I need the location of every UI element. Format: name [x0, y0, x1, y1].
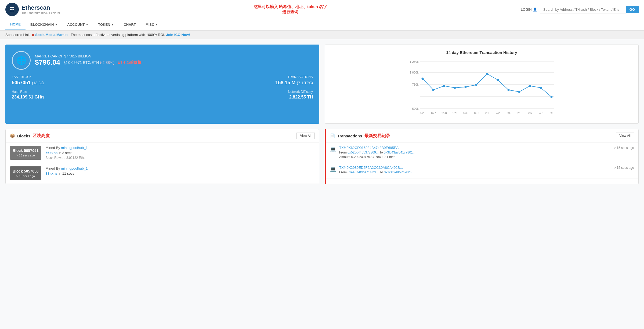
- blocks-panel-header: 📦 Blocks 区块高度 View All: [6, 129, 319, 142]
- block-txns: 88 txns in 11 secs: [46, 171, 315, 176]
- person-icon: 👤: [533, 8, 537, 12]
- logo-text: Etherscan The Ethereum Block Explorer: [21, 4, 60, 14]
- login-button[interactable]: LOGIN 👤: [521, 8, 537, 12]
- nav-blockchain[interactable]: BLOCKCHAIN ▼: [26, 19, 62, 30]
- stats-card: 🌐 MARKET CAP OF $77.615 BILLION $796.04 …: [5, 45, 319, 124]
- svg-point-14: [475, 84, 477, 86]
- eth-annotation: ETH 当前价格: [118, 60, 141, 65]
- nav-chart[interactable]: CHART: [119, 19, 141, 30]
- tx-hash-link[interactable]: TX# 0X2989ED2F2A2CC30A8CA492B...: [339, 166, 403, 170]
- block-number: Block 5057051: [13, 148, 39, 153]
- hash-rate-label: Hash Rate: [12, 90, 160, 94]
- block-badge: Block 5057051 > 15 secs ago: [10, 146, 41, 160]
- svg-point-19: [529, 85, 531, 87]
- stats-price-area: MARKET CAP OF $77.615 BILLION $796.04 @ …: [35, 54, 313, 67]
- txns-time: in 3 secs: [59, 151, 72, 155]
- tx-time: > 15 secs ago: [614, 166, 634, 170]
- miner-link[interactable]: miningpoolhub_1: [61, 166, 88, 170]
- tx-from-link[interactable]: 0xea674fdde714fd9...: [348, 170, 379, 174]
- tx-to-link[interactable]: 0x1cef248f9b540d3...: [384, 170, 415, 174]
- last-block-sub: (13.8s): [32, 81, 44, 85]
- tx-hash-link[interactable]: TX# 0X62CD016084B4748B9E695EA...: [339, 146, 401, 150]
- nav-token[interactable]: TOKEN ▼: [93, 19, 119, 30]
- tx-from-to: From 0x52bc44d5378309... To 0x3fc43a7041…: [339, 151, 634, 154]
- transactions-stat: TRANSACTIONS 158.15 M (7.1 TPS): [165, 75, 313, 86]
- svg-text:2/6: 2/6: [528, 112, 532, 115]
- svg-point-16: [497, 79, 499, 81]
- main-content: 🌐 MARKET CAP OF $77.615 BILLION $796.04 …: [0, 39, 644, 189]
- difficulty-value: 2,822.55 TH: [165, 95, 313, 100]
- transactions-panel-header: 📄 Transactions 最新交易记录 View All: [326, 129, 638, 142]
- svg-point-17: [508, 89, 510, 91]
- txns-time: in 11 secs: [59, 171, 74, 176]
- chart-area: 1 250k 1 000k 750k 500k: [330, 59, 633, 118]
- svg-text:2/5: 2/5: [518, 112, 521, 115]
- header: ☶ Etherscan The Ethereum Block Explorer …: [0, 0, 644, 19]
- transactions-icon: 📄: [330, 133, 335, 138]
- svg-text:2/8: 2/8: [550, 112, 553, 115]
- chevron-down-icon: ▼: [86, 23, 88, 26]
- svg-point-11: [443, 85, 445, 87]
- blocks-view-all-button[interactable]: View All: [296, 133, 315, 139]
- join-ico-link[interactable]: Join ICO Now!: [166, 33, 190, 37]
- svg-text:1/29: 1/29: [452, 112, 458, 115]
- chevron-down-icon: ▼: [155, 23, 158, 26]
- sponsored-description: - The most cost effective advertising pl…: [68, 33, 165, 37]
- svg-text:1/28: 1/28: [442, 112, 447, 115]
- tx-icon: 💻: [330, 166, 336, 172]
- block-time: > 15 secs ago: [16, 154, 35, 157]
- svg-text:2/4: 2/4: [507, 112, 511, 115]
- tx-info: TX# 0X62CD016084B4748B9E695EA... > 15 se…: [339, 146, 634, 159]
- chevron-down-icon: ▼: [111, 23, 114, 26]
- difficulty-stat: Network Difficulty 2,822.55 TH: [165, 90, 313, 100]
- transactions-title: 📄 Transactions 最新交易记录: [330, 133, 390, 139]
- block-item: Block 5057050 > 18 secs ago Mined By min…: [6, 163, 319, 184]
- block-item: Block 5057051 > 15 secs ago Mined By min…: [6, 142, 319, 163]
- svg-text:2/1: 2/1: [485, 112, 489, 115]
- blocks-panel: 📦 Blocks 区块高度 View All Block 5057051 > 1…: [5, 129, 319, 184]
- svg-point-21: [551, 96, 553, 98]
- transactions-sub: (7.1 TPS): [297, 81, 313, 85]
- block-time: > 18 secs ago: [16, 174, 35, 178]
- nav-inner: HOME BLOCKCHAIN ▼ ACCOUNT ▼ TOKEN ▼ CHAR…: [5, 19, 639, 30]
- block-info: Mined By miningpoolhub_1 66 txns in 3 se…: [46, 146, 315, 160]
- stats-bottom: LAST BLOCK 5057051 (13.8s) TRANSACTIONS …: [12, 75, 313, 100]
- blocks-title: 📦 Blocks 区块高度: [10, 133, 50, 139]
- search-input[interactable]: [540, 6, 626, 13]
- globe-icon: 🌐: [12, 51, 31, 70]
- tx-info: TX# 0X2989ED2F2A2CC30A8CA492B... > 15 se…: [339, 166, 634, 175]
- tx-from-link[interactable]: 0x52bc44d5378309...: [348, 151, 378, 154]
- miner-link[interactable]: miningpoolhub_1: [61, 146, 88, 150]
- sponsored-brand[interactable]: SocialMedia.Market: [35, 33, 68, 37]
- block-txns: 66 txns in 3 secs: [46, 151, 315, 155]
- header-right: LOGIN 👤 GO: [521, 6, 639, 13]
- last-block-stat: LAST BLOCK 5057051 (13.8s): [12, 75, 160, 86]
- transactions-view-all-button[interactable]: View All: [616, 133, 634, 139]
- tx-amount: Amount 0.200240475738784992 Ether: [339, 155, 634, 159]
- annotation-text: 这里可以输入 哈希值、地址、token 名字进行查询: [66, 4, 516, 14]
- sponsored-bar: Sponsored Link: ◆ SocialMedia.Market - T…: [0, 31, 644, 39]
- chevron-down-icon: ▼: [55, 23, 57, 26]
- bottom-grid: 📦 Blocks 区块高度 View All Block 5057051 > 1…: [5, 129, 639, 184]
- svg-point-13: [465, 86, 467, 88]
- svg-point-9: [422, 78, 424, 80]
- last-block-label: LAST BLOCK: [12, 75, 160, 79]
- svg-text:750k: 750k: [412, 83, 419, 86]
- nav-account[interactable]: ACCOUNT ▼: [62, 19, 93, 30]
- hash-rate-stat: Hash Rate 234,109.61 GH/s: [12, 90, 160, 100]
- svg-point-12: [454, 87, 456, 89]
- nav-home[interactable]: HOME: [5, 19, 26, 30]
- eth-price: $796.04: [35, 58, 60, 67]
- search-button[interactable]: GO: [626, 6, 639, 13]
- transactions-value: 158.15 M (7.1 TPS): [165, 80, 313, 86]
- svg-text:2/2: 2/2: [496, 112, 500, 115]
- market-cap-label: MARKET CAP OF $77.615 BILLION: [35, 54, 313, 58]
- blocks-icon: 📦: [10, 133, 15, 138]
- nav-misc[interactable]: MISC ▼: [141, 19, 163, 30]
- txns-count: 88 txns: [46, 171, 58, 176]
- tx-to-link[interactable]: 0x3fc43a7041c7801...: [384, 151, 415, 154]
- svg-text:1/27: 1/27: [431, 112, 436, 115]
- content-grid: 🌐 MARKET CAP OF $77.615 BILLION $796.04 …: [5, 45, 639, 124]
- last-block-value: 5057051 (13.8s): [12, 80, 160, 86]
- logo-area: ☶ Etherscan The Ethereum Block Explorer: [5, 3, 60, 16]
